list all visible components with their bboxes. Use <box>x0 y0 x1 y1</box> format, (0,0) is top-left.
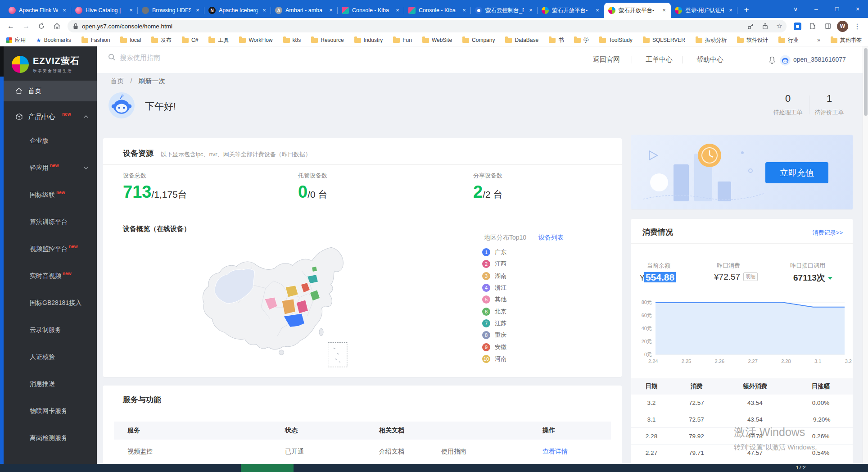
link-official-site[interactable]: 返回官网 <box>593 55 620 64</box>
tab-close-icon[interactable] <box>594 7 601 14</box>
tab-kibana-console-1[interactable]: Console - Kiba <box>338 3 404 18</box>
maximize-button[interactable]: □ <box>827 0 847 18</box>
bookmark-item[interactable]: Resource <box>311 37 344 43</box>
tab-close-icon[interactable] <box>127 7 135 14</box>
other-bookmarks[interactable]: 其他书签 <box>831 36 862 44</box>
tab-close-icon[interactable] <box>461 7 468 14</box>
tab-close-icon[interactable] <box>61 7 68 14</box>
sidebar-item-cloud-recording[interactable]: 云录制服务 <box>4 317 97 344</box>
bell-icon[interactable] <box>768 56 776 65</box>
sidebar-item-product-center[interactable]: 产品中心 new <box>4 106 97 127</box>
bookmark-item[interactable]: Company <box>462 37 495 43</box>
minimize-button[interactable]: – <box>806 0 827 18</box>
recharge-button[interactable]: 立即充值 <box>765 162 828 183</box>
service-guide-link[interactable]: 使用指南 <box>441 448 466 456</box>
page-scrollbar[interactable] <box>863 46 868 464</box>
breadcrumb-home[interactable]: 首页 <box>110 77 124 85</box>
sidebar-item-algorithm-training[interactable]: 算法训练平台 <box>4 209 97 236</box>
service-doc-link[interactable]: 介绍文档 <box>379 448 404 456</box>
sidebar-item-message-push[interactable]: 消息推送 <box>4 371 97 398</box>
sidebar-item-absence-detection[interactable]: 离岗检测服务 <box>4 425 97 452</box>
refresh-button[interactable] <box>35 20 48 32</box>
bookmark-item[interactable]: Fashion <box>81 37 110 43</box>
bookmarks-overflow-chevron[interactable]: » <box>817 37 820 43</box>
bookmark-item[interactable]: C# <box>182 37 198 43</box>
home-button[interactable] <box>50 20 63 32</box>
share-icon[interactable] <box>760 21 770 32</box>
ezviz-logo[interactable]: EZVIZ萤石 乐享安全智能生活 <box>4 46 97 76</box>
bookmark-item[interactable]: 软件设计 <box>737 36 768 44</box>
user-avatar[interactable] <box>780 55 791 66</box>
link-help-center[interactable]: 帮助中心 <box>696 55 723 64</box>
bookmark-item[interactable]: ★Bookmarks <box>36 37 71 43</box>
sidebar-item-enterprise[interactable]: 企业版 <box>4 127 97 154</box>
sidebar-item-gb28181[interactable]: 国标GB28181接入 <box>4 290 97 317</box>
bookmark-star-icon[interactable]: ☆ <box>774 21 785 32</box>
tab-close-icon[interactable] <box>261 7 268 14</box>
bookmark-item[interactable]: k8s <box>283 37 301 43</box>
taskbar-active-app[interactable] <box>241 464 294 472</box>
tab-ezviz-open-platform-1[interactable]: 萤石开放平台- <box>538 3 604 18</box>
tab-ambari[interactable]: Ambari - amba <box>271 3 338 18</box>
sidebar-item-iot-card[interactable]: 物联网卡服务 <box>4 398 97 425</box>
sidebar-item-realtime-av[interactable]: 实时音视频new <box>4 263 97 290</box>
new-tab-button[interactable] <box>740 4 753 17</box>
bookmark-item[interactable]: WorkFlow <box>239 37 272 43</box>
tab-close-icon[interactable] <box>660 7 668 14</box>
scrollbar-thumb[interactable] <box>864 48 868 116</box>
link-ticket-center[interactable]: 工单中心 <box>646 55 673 64</box>
tab-search-chevron-icon[interactable]: ∨ <box>785 0 806 18</box>
tab-kibana-console-2[interactable]: Console - Kiba <box>404 3 471 18</box>
url-input[interactable] <box>82 23 741 30</box>
bookmark-item[interactable]: SQLSERVER <box>643 37 685 43</box>
url-bar[interactable]: ☆ <box>68 20 787 32</box>
key-icon[interactable] <box>745 21 756 32</box>
menu-kebab-icon[interactable]: ⋮ <box>851 20 863 32</box>
bookmark-item[interactable]: 学 <box>574 36 589 44</box>
extension-icon[interactable] <box>791 20 804 32</box>
guide-search[interactable] <box>108 53 297 61</box>
tab-ezviz-open-platform-active[interactable]: 萤石开放平台- <box>604 3 671 18</box>
tab-browsing-hdfs[interactable]: Browsing HDFS <box>138 3 204 18</box>
tab-hive-catalog[interactable]: Hive Catalog | <box>71 3 138 18</box>
sidebar-item-light-app[interactable]: 轻应用new <box>4 154 97 182</box>
forward-button[interactable]: → <box>20 20 32 32</box>
tab-apache-iceberg[interactable]: Apache Iceberg <box>204 3 271 18</box>
device-list-link[interactable]: 设备列表 <box>538 234 564 242</box>
bookmark-item[interactable]: 书 <box>549 36 564 44</box>
bookmark-item[interactable]: 行业 <box>778 36 799 44</box>
tab-apache-flink[interactable]: Apache Flink W <box>5 3 71 18</box>
tab-close-icon[interactable] <box>194 7 201 14</box>
username[interactable]: open_3581616077 <box>793 56 846 63</box>
search-input[interactable] <box>120 54 297 61</box>
tab-close-icon[interactable] <box>327 7 335 14</box>
tab-close-icon[interactable] <box>727 7 734 14</box>
to-review-ticket-count[interactable]: 1 <box>811 93 847 104</box>
bookmark-item[interactable]: ToolStudy <box>599 37 633 43</box>
view-details-link[interactable]: 查看详情 <box>542 448 568 456</box>
bookmark-item[interactable]: WebSite <box>422 37 452 43</box>
bookmark-apps[interactable]: 应用 <box>6 36 26 44</box>
bookmark-item[interactable]: local <box>120 37 141 43</box>
sidebar-item-id-verification[interactable]: 人证核验 <box>4 344 97 371</box>
detail-tag-button[interactable]: 明细 <box>743 272 758 281</box>
tab-login-auth[interactable]: 登录-用户认证中 <box>671 3 737 18</box>
windows-taskbar[interactable]: 17:2 <box>0 464 868 472</box>
bookmark-item[interactable]: Industry <box>354 37 383 43</box>
sidebar-item-video-monitor-platform[interactable]: 视频监控平台new <box>4 236 97 263</box>
bookmark-item[interactable]: DataBase <box>505 37 538 43</box>
tab-close-icon[interactable] <box>527 7 534 14</box>
tab-ezviz-cloud-console[interactable]: 萤石云控制台_E <box>471 3 538 18</box>
browser-profile-avatar[interactable]: W <box>837 21 848 32</box>
close-button[interactable]: × <box>847 0 868 18</box>
dropdown-caret-icon[interactable] <box>828 277 832 280</box>
consumption-records-link[interactable]: 消费记录>> <box>813 229 843 237</box>
pending-ticket-count[interactable]: 0 <box>770 93 806 104</box>
bookmark-item[interactable]: Fun <box>393 37 412 43</box>
sidebar-item-home[interactable]: 首页 <box>4 81 97 101</box>
sidebar-item-gb-cascade[interactable]: 国标级联new <box>4 182 97 209</box>
tab-close-icon[interactable] <box>394 7 401 14</box>
side-panel-icon[interactable] <box>822 20 834 32</box>
bookmark-item[interactable]: 工具 <box>208 36 229 44</box>
tab-region-top10[interactable]: 地区分布Top10 <box>484 234 526 242</box>
